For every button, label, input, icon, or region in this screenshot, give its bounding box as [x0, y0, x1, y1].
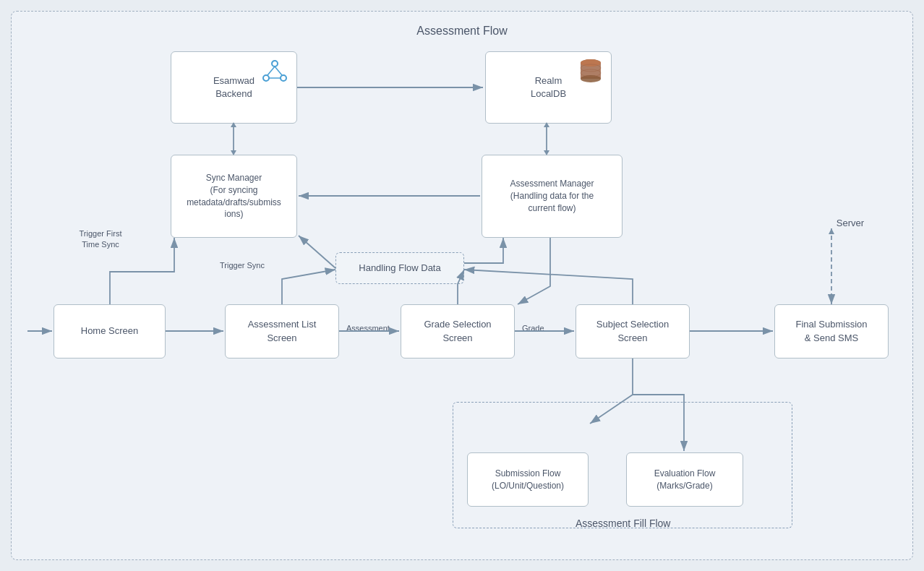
assessment-manager-label: Assessment Manager(Handling data for the… [510, 178, 594, 214]
grade-selection-box: Grade SelectionScreen [401, 304, 515, 359]
assessment-fill-flow-label: Assessment Fill Flow [576, 518, 670, 529]
final-submission-box: Final Submission& Send SMS [774, 304, 889, 359]
realm-db-label: RealmLocalDB [531, 74, 566, 100]
svg-line-3 [268, 66, 275, 75]
assessment-list-label: Assessment ListScreen [248, 318, 317, 344]
trigger-sync-label2: Trigger Sync [220, 261, 265, 270]
assessment-manager-box: Assessment Manager(Handling data for the… [482, 155, 623, 238]
svg-point-0 [272, 61, 278, 66]
main-title: Assessment Flow [416, 25, 507, 38]
assessment-arrow-label: Assessment [346, 324, 390, 332]
svg-line-28 [299, 236, 335, 268]
submission-flow-label: Submission Flow(LO/Unit/Question) [492, 468, 564, 492]
esamwad-label: EsamwadBackend [213, 74, 254, 100]
evaluation-flow-box: Evaluation Flow(Marks/Grade) [626, 452, 743, 507]
home-screen-box: Home Screen [54, 304, 166, 359]
server-label: Server [829, 218, 872, 228]
realm-db-box: RealmLocalDB [485, 51, 612, 124]
submission-flow-box: Submission Flow(LO/Unit/Question) [467, 452, 589, 507]
subject-selection-box: Subject SelectionScreen [576, 304, 690, 359]
sync-manager-label: Sync Manager(For syncingmetadata/drafts/… [187, 172, 281, 220]
svg-point-2 [281, 75, 286, 81]
final-submission-label: Final Submission& Send SMS [796, 318, 868, 344]
sync-manager-box: Sync Manager(For syncingmetadata/drafts/… [171, 155, 297, 238]
main-container: Assessment Flow EsamwadBackend RealmLoca… [11, 11, 913, 560]
network-icon [260, 58, 289, 87]
grade-arrow-label: Grade [522, 324, 544, 332]
svg-marker-30 [829, 228, 834, 234]
esamwad-box: EsamwadBackend [171, 51, 297, 124]
home-screen-label: Home Screen [81, 325, 138, 338]
db-icon [578, 56, 604, 87]
evaluation-flow-label: Evaluation Flow(Marks/Grade) [654, 468, 716, 492]
grade-selection-label: Grade SelectionScreen [424, 318, 491, 344]
subject-selection-label: Subject SelectionScreen [596, 318, 669, 344]
svg-point-1 [263, 75, 269, 81]
handling-flow-data-box: Handling Flow Data [335, 252, 464, 284]
assessment-list-box: Assessment ListScreen [225, 304, 339, 359]
trigger-sync-label: Trigger FirstTime Sync [68, 228, 133, 251]
handling-flow-data-label: Handling Flow Data [359, 262, 440, 275]
svg-line-4 [275, 66, 282, 75]
